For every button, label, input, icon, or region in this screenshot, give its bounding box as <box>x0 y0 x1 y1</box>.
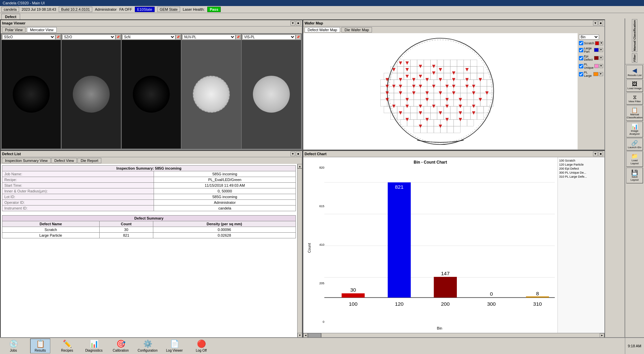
load-image-label: Load Image <box>628 87 642 90</box>
defect-list-content: Inspection Summary: 585G incoming Job Na… <box>1 164 297 338</box>
die-wafer-map-tab[interactable]: Die Wafer Map <box>341 27 372 33</box>
scroll-up-btn[interactable]: ▲ <box>298 164 302 169</box>
pl-large-label: PL Large <box>584 71 593 77</box>
channel-scn-select[interactable]: ScN <box>122 35 175 40</box>
image-analyzer-btn[interactable]: 📊 Image Analyzer <box>626 122 643 137</box>
pl-large-color-dropdown[interactable]: ▼ <box>599 72 603 76</box>
log-off-label: Log Off <box>196 349 207 352</box>
inspection-summary-tab[interactable]: Inspection Summary View <box>2 158 51 163</box>
channel-scn-pin[interactable]: 📌 <box>175 35 180 40</box>
legend-item-2: 200 Epi Defect <box>559 167 603 171</box>
load-layout-label: Load Layout <box>627 159 642 165</box>
bin-select[interactable]: Bin <box>579 35 599 40</box>
load-image-btn[interactable]: 🖼 Load Image <box>626 79 643 92</box>
results-list-btn[interactable]: ◀ Results List <box>626 65 643 79</box>
defect-list-minimize[interactable]: ▼ <box>290 152 295 156</box>
defect-list-panel: Defect List ▼ ■ Inspection Summary View … <box>0 150 303 338</box>
defect-chart-minimize[interactable]: ▼ <box>593 152 598 156</box>
scroll-down-btn[interactable]: ▼ <box>298 333 302 338</box>
taskbar-log-off[interactable]: 🔴 Log Off <box>191 340 211 352</box>
channel-szro-pin[interactable]: 📌 <box>115 35 120 40</box>
mercator-view-tab[interactable]: Mercator View <box>27 27 56 33</box>
bars-svg: 30 821 147 0 8 <box>324 166 555 326</box>
instrument-id-label: Instrument ID: <box>2 205 154 211</box>
large-particle-color-dropdown[interactable]: ▼ <box>599 48 603 52</box>
epi-defect-checkbox[interactable] <box>579 56 583 60</box>
taskbar-log-viewer[interactable]: 📄 Log Viewer <box>164 340 184 352</box>
filter-label[interactable]: Filter <box>632 53 637 63</box>
radius-value: 0, 50000 <box>154 188 296 194</box>
defect-list-tab-strip: Inspection Summary View Defect View Die … <box>1 157 302 164</box>
channel-ssco-pin[interactable]: 📌 <box>55 35 60 40</box>
pl-unique-checkbox[interactable] <box>579 64 583 68</box>
scratch-checkbox[interactable] <box>579 41 583 45</box>
lot-id-value: 585G incoming <box>154 194 296 200</box>
bar-100 <box>342 293 365 298</box>
load-layout-icon: 📁 <box>631 153 638 159</box>
channel-ssco-image <box>2 40 61 149</box>
load-layout-btn[interactable]: 📁 Load Layout <box>626 151 643 167</box>
epi-defect-label: Epi Defect <box>584 55 593 61</box>
scratch-label: Scratch <box>584 42 594 45</box>
start-time-label: Start Time: <box>2 183 154 188</box>
epi-defect-color-dropdown[interactable]: ▼ <box>599 56 603 60</box>
channel-ssco-select[interactable]: SScO <box>2 35 55 40</box>
y-tick-820: 820 <box>313 166 324 169</box>
gem-state-badge[interactable]: GEM State <box>157 7 180 12</box>
chart-inner: Count 820 615 410 205 0 <box>306 166 555 330</box>
channel-nuvpl-select[interactable]: NUV-PL <box>182 35 235 40</box>
chart-scrollbar[interactable]: ◄ ► <box>303 333 604 338</box>
image-viewer-minimize[interactable]: ▼ <box>290 21 295 25</box>
save-layout-btn[interactable]: 💾 Save Layout <box>626 168 643 183</box>
taskbar-recipes[interactable]: ✏️ Recipes <box>57 340 77 352</box>
wafer-map-close[interactable]: ■ <box>598 21 603 25</box>
jobs-icon: 💿 <box>9 340 18 348</box>
channel-szro-select[interactable]: SZrO <box>62 35 115 40</box>
channel-vispl-pin[interactable]: 📌 <box>296 35 300 40</box>
defect-tab[interactable]: Defect <box>1 14 20 19</box>
y-tick-615: 615 <box>313 204 324 208</box>
view-filter-btn[interactable]: ⧖ View Filter <box>626 93 643 105</box>
taskbar-configuration[interactable]: ⚙️ Configuration <box>138 340 158 352</box>
e10state-badge[interactable]: E10State <box>135 7 155 12</box>
wafer-map-minimize[interactable]: ▼ <box>593 21 598 25</box>
defect-summary-table: Defect Summary Defect Name Count Density… <box>2 215 296 238</box>
density-col-header: Density (per sq mm) <box>153 221 296 227</box>
die-report-tab[interactable]: Die Report <box>77 158 101 163</box>
log-viewer-icon: 📄 <box>170 340 179 348</box>
inspection-summary-table: Inspection Summary: 585G incoming Job Na… <box>2 165 296 211</box>
defect-list-close[interactable]: ■ <box>296 152 301 156</box>
svg-text:200: 200 <box>441 301 450 307</box>
y-axis-label-container: Count <box>306 166 313 330</box>
launch-ido-btn[interactable]: 🔗 Launch iDo <box>626 138 643 151</box>
defect-wafer-map-tab[interactable]: Defect Wafer Map <box>305 27 340 33</box>
y-tick-205: 205 <box>313 282 324 285</box>
szro-circle <box>73 76 110 113</box>
pl-large-checkbox[interactable] <box>579 72 583 76</box>
image-viewer-close[interactable]: ■ <box>296 21 301 25</box>
bar-200 <box>434 277 457 298</box>
taskbar-results[interactable]: 📋 Results <box>30 339 50 353</box>
defect-list-scrollbar[interactable]: ▲ ▼ <box>297 164 302 338</box>
channel-ssco-header: SScO 📌 <box>2 34 61 40</box>
user: Administrator <box>95 7 117 11</box>
taskbar-calibration[interactable]: 🎯 Calibration <box>111 340 131 352</box>
taskbar-jobs[interactable]: 💿 Jobs <box>3 340 23 352</box>
large-particle-checkbox[interactable] <box>579 48 583 52</box>
results-list-icon: ◀ <box>632 67 637 74</box>
defect-view-tab[interactable]: Defect View <box>51 158 77 163</box>
channel-nuvpl-pin[interactable]: 📌 <box>235 35 240 40</box>
manual-classification-label[interactable]: Manual Classification <box>632 19 637 52</box>
polar-view-tab[interactable]: Polar View <box>2 27 25 33</box>
channel-vispl-select[interactable]: VIS-PL <box>243 35 296 40</box>
scratch-color-dropdown[interactable]: ▼ <box>600 41 603 45</box>
defect-chart-close[interactable]: ■ <box>598 152 603 156</box>
pl-unique-color-dropdown[interactable]: ▼ <box>599 64 603 68</box>
right-sidebar: Manual Classification Filter ◀ Results L… <box>625 18 644 337</box>
job-name-value: 585G incoming <box>154 171 296 177</box>
manual-classification-btn[interactable]: 📋 Manual Classification <box>626 105 643 121</box>
defect-chart-body: Bin - Count Chart Count 820 615 410 205 … <box>303 157 604 333</box>
svg-text:8: 8 <box>536 291 539 296</box>
taskbar-diagnostics[interactable]: 📊 Diagnostics <box>84 340 104 352</box>
channel-nuvpl-header: NUV-PL 📌 <box>182 34 241 40</box>
